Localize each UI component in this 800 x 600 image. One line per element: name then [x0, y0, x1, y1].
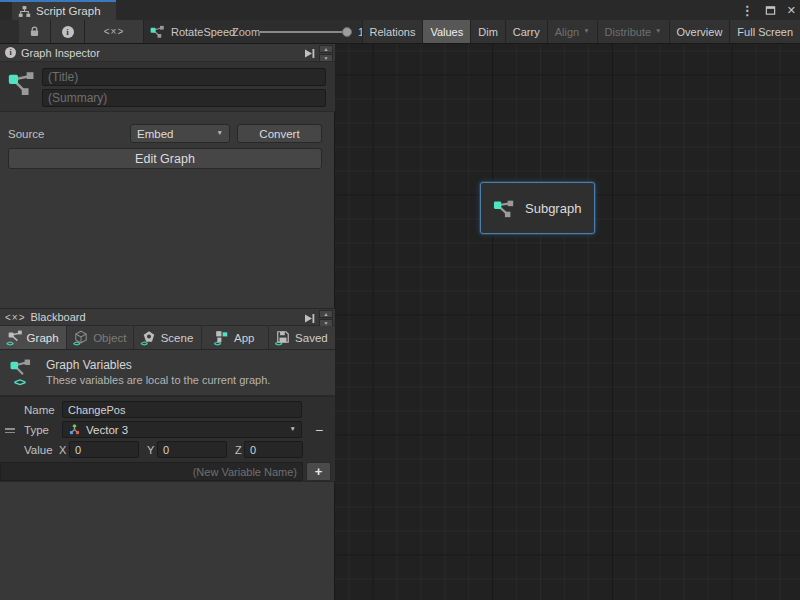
window-controls: ⋮ ✕: [741, 0, 796, 20]
scene-variables-icon: <>: [142, 330, 157, 345]
header-scroll-buttons: ▲ ▼: [319, 45, 333, 62]
blackboard-header: <×> Blackboard ▲ ▼: [0, 308, 335, 326]
name-label: Name: [24, 401, 55, 419]
y-value-input[interactable]: [157, 441, 227, 458]
blackboard-icon: <×>: [5, 312, 26, 323]
z-axis-label: Z: [235, 441, 242, 458]
new-variable-row: +: [0, 462, 335, 482]
blackboard-tabs: <> Graph <> Object: [0, 326, 335, 350]
drag-handle[interactable]: [5, 428, 15, 435]
graph-variables-icon: <>: [10, 359, 36, 385]
graph-variables-section: <> Graph Variables These variables are l…: [0, 350, 335, 396]
header-scroll-buttons: ▲ ▼: [319, 310, 333, 327]
variable-name-row: Name: [0, 401, 335, 419]
vector3-icon: [68, 423, 81, 436]
graph-variables-title: Graph Variables: [46, 358, 132, 372]
convert-button[interactable]: Convert: [237, 124, 322, 143]
info-icon: i: [62, 26, 74, 38]
zoom-slider-handle[interactable]: [342, 27, 352, 37]
graph-icon: [493, 197, 515, 219]
dock-icon[interactable]: [303, 47, 316, 60]
graph-variables-description: These variables are local to the current…: [46, 374, 270, 386]
z-value-input[interactable]: [244, 441, 303, 458]
variable-value-row: Value X Y Z: [0, 441, 335, 459]
maximize-icon[interactable]: [765, 5, 776, 16]
tab-saved[interactable]: <> Saved: [269, 326, 335, 349]
scroll-up-icon[interactable]: ▲: [319, 45, 333, 53]
align-dropdown[interactable]: Align ▼: [548, 20, 597, 43]
source-label: Source: [8, 124, 44, 144]
variable-name-input[interactable]: [62, 401, 302, 418]
unity-script-graph-window: Script Graph ⋮ ✕ i <×>: [0, 0, 800, 600]
variable-type-dropdown[interactable]: Vector 3 ▼: [62, 421, 302, 438]
carry-button[interactable]: Carry: [506, 20, 547, 43]
blackboard-title: Blackboard: [31, 311, 86, 323]
zoom-label: Zoom: [232, 20, 260, 43]
tab-script-graph[interactable]: Script Graph: [12, 2, 116, 20]
toolbar-left-group: i <×>: [19, 20, 144, 43]
graph-toolbar: i <×> RotateSpeed Zoom 1x Relations V: [0, 20, 800, 44]
values-button[interactable]: Values: [423, 20, 470, 43]
graph-icon: [150, 24, 165, 39]
tab-object[interactable]: <> Object: [67, 326, 133, 349]
app-variables-icon: <>: [215, 330, 230, 345]
lock-icon: [28, 25, 41, 38]
graph-title-input[interactable]: [42, 68, 326, 86]
scroll-up-icon[interactable]: ▲: [319, 310, 333, 318]
tab-graph[interactable]: <> Graph: [0, 326, 66, 349]
lock-button[interactable]: [19, 20, 50, 43]
inspector-toggle-button[interactable]: i: [51, 20, 84, 43]
titlebar: Script Graph ⋮ ✕: [0, 0, 800, 20]
side-panel: i Graph Inspector ▲ ▼ Source: [0, 44, 335, 600]
variable-type-row: Type Vector 3 ▼ −: [0, 421, 335, 439]
script-graph-icon: [18, 5, 31, 18]
graph-variables-icon: <>: [8, 330, 23, 345]
graph-summary-input[interactable]: [42, 89, 326, 107]
dim-button[interactable]: Dim: [471, 20, 505, 43]
node-label: Subgraph: [525, 201, 581, 216]
breadcrumb[interactable]: RotateSpeed: [150, 20, 235, 43]
graph-canvas[interactable]: Subgraph: [335, 44, 800, 600]
tab-title: Script Graph: [36, 5, 101, 17]
type-label: Type: [24, 421, 49, 439]
tab-app[interactable]: <> App: [202, 326, 268, 349]
chevron-down-icon: ▼: [290, 426, 296, 433]
info-icon: i: [5, 47, 16, 58]
breadcrumb-label: RotateSpeed: [171, 26, 235, 38]
x-axis-label: X: [59, 441, 66, 458]
chevron-down-icon: ▼: [655, 28, 661, 35]
graph-inspector-header: i Graph Inspector ▲ ▼: [0, 44, 335, 62]
new-variable-input[interactable]: [0, 462, 303, 481]
chevron-down-icon: ▼: [217, 130, 223, 137]
remove-variable-button[interactable]: −: [310, 421, 328, 438]
close-icon[interactable]: ✕: [787, 4, 796, 17]
edit-graph-button[interactable]: Edit Graph: [8, 148, 322, 169]
value-label: Value: [24, 441, 53, 459]
saved-variables-icon: <>: [276, 330, 291, 345]
window-menu-icon[interactable]: ⋮: [741, 3, 754, 18]
subgraph-node[interactable]: Subgraph: [480, 182, 595, 234]
zoom-slider-track[interactable]: [260, 31, 350, 33]
distribute-dropdown[interactable]: Distribute ▼: [598, 20, 669, 43]
tab-scene[interactable]: <> Scene: [134, 326, 200, 349]
scroll-down-icon[interactable]: ▼: [319, 54, 333, 62]
dock-icon[interactable]: [303, 312, 316, 325]
graph-title-block: [0, 62, 335, 112]
code-icon: <×>: [104, 26, 125, 37]
add-variable-button[interactable]: +: [306, 462, 331, 481]
relations-button[interactable]: Relations: [363, 20, 423, 43]
y-axis-label: Y: [147, 441, 154, 458]
x-value-input[interactable]: [69, 441, 139, 458]
chevron-down-icon: ▼: [583, 28, 589, 35]
overview-button[interactable]: Overview: [670, 20, 730, 43]
variable-row: Name Type Vector 3 ▼ − Value: [0, 396, 335, 462]
graph-icon: [8, 71, 38, 103]
graph-inspector-title: Graph Inspector: [21, 47, 100, 59]
blackboard-toggle-button[interactable]: <×>: [85, 20, 143, 43]
full-screen-button[interactable]: Full Screen: [730, 20, 800, 43]
object-variables-icon: <>: [74, 330, 89, 345]
toolbar-right-group: Relations Values Dim Carry Align ▼ Distr…: [362, 20, 800, 43]
source-dropdown[interactable]: Embed ▼: [130, 124, 230, 143]
